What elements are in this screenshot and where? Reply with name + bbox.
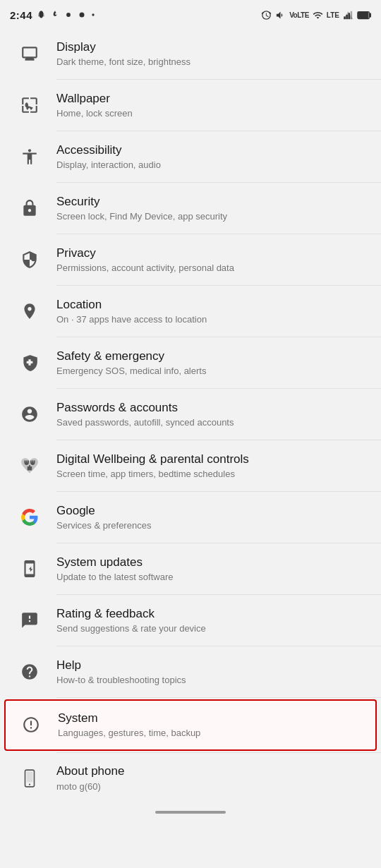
location-icon (20, 302, 39, 320)
help-icon (20, 663, 39, 681)
wallpaper-title: Wallpaper (56, 91, 367, 107)
display-text: Display Dark theme, font size, brightnes… (45, 40, 367, 68)
svg-rect-9 (358, 12, 368, 18)
wallpaper-subtitle: Home, lock screen (56, 108, 367, 120)
system-updates-icon (20, 560, 39, 578)
settings-item-privacy[interactable]: Privacy Permissions, account activity, p… (0, 234, 381, 285)
wellbeing-text: Digital Wellbeing & parental controls Sc… (45, 452, 367, 481)
settings-item-accessibility[interactable]: Accessibility Display, interaction, audi… (0, 131, 381, 182)
circle-icon (77, 10, 87, 20)
svg-rect-4 (346, 14, 348, 18)
alarm-icon (261, 10, 272, 20)
settings-item-system-updates[interactable]: System updates Update to the latest soft… (0, 543, 381, 594)
volume-icon (275, 10, 286, 20)
help-subtitle: How-to & troubleshooting topics (56, 675, 367, 687)
passwords-icon (20, 405, 39, 423)
svg-point-1 (80, 13, 85, 18)
google-text: Google Services & preferences (45, 503, 367, 532)
safety-icon (20, 354, 39, 372)
wellbeing-title: Digital Wellbeing & parental controls (56, 452, 367, 467)
status-bar: 2:44 VoLTE LTE (0, 0, 381, 28)
system-updates-title: System updates (56, 555, 367, 570)
settings-item-safety[interactable]: Safety & emergency Emergency SOS, medica… (0, 337, 381, 388)
settings-item-system[interactable]: System Languages, gestures, time, backup (4, 699, 377, 751)
display-icon-container (14, 44, 45, 63)
wallpaper-text: Wallpaper Home, lock screen (45, 91, 367, 120)
privacy-icon (20, 251, 39, 269)
location-title: Location (56, 297, 367, 313)
settings-item-display[interactable]: Display Dark theme, font size, brightnes… (0, 28, 381, 79)
settings-item-help[interactable]: Help How-to & troubleshooting topics (0, 646, 381, 697)
system-updates-text: System updates Update to the latest soft… (45, 555, 367, 584)
security-title: Security (56, 194, 367, 210)
wifi-icon (313, 10, 323, 20)
rating-text: Rating & feedback Send suggestions & rat… (45, 606, 367, 635)
status-time: 2:44 (10, 9, 32, 21)
accessibility-icon-container (14, 147, 45, 166)
about-text: About phone moto g(60) (45, 764, 367, 792)
status-app-icons (37, 10, 96, 20)
wallpaper-icon-container (14, 96, 45, 114)
accessibility-subtitle: Display, interaction, audio (56, 159, 367, 171)
lte-text-icon: VoLTE (289, 11, 309, 19)
google-icon-container (14, 508, 45, 526)
system-updates-subtitle: Update to the latest software (56, 572, 367, 584)
system-title: System (58, 711, 365, 726)
passwords-subtitle: Saved passwords, autofill, synced accoun… (56, 417, 367, 429)
location-subtitle: On · 37 apps have access to location (56, 314, 367, 326)
svg-rect-6 (351, 11, 353, 18)
privacy-text: Privacy Permissions, account activity, p… (45, 246, 367, 275)
passwords-title: Passwords & accounts (56, 400, 367, 416)
signal-icon (343, 10, 353, 20)
wellbeing-subtitle: Screen time, app timers, bedtime schedul… (56, 469, 367, 481)
passwords-text: Passwords & accounts Saved passwords, au… (45, 400, 367, 429)
settings-item-security[interactable]: Security Screen lock, Find My Device, ap… (0, 183, 381, 234)
system-updates-icon-container (14, 560, 45, 578)
drops-icon (64, 10, 73, 20)
bottom-nav-indicator (155, 811, 226, 814)
svg-rect-5 (349, 13, 351, 19)
dot-icon (90, 12, 96, 18)
accessibility-title: Accessibility (56, 143, 367, 158)
wellbeing-icon-container (14, 457, 45, 475)
snapchat-icon (37, 10, 47, 20)
google-icon (20, 508, 39, 526)
safety-title: Safety & emergency (56, 349, 367, 364)
rating-subtitle: Send suggestions & rate your device (56, 623, 367, 635)
security-icon (20, 199, 39, 217)
display-icon (20, 44, 39, 63)
svg-rect-12 (27, 771, 33, 782)
settings-item-about[interactable]: About phone moto g(60) (0, 753, 381, 804)
settings-item-location[interactable]: Location On · 37 apps have access to loc… (0, 286, 381, 337)
security-icon-container (14, 199, 45, 217)
settings-list: Display Dark theme, font size, brightnes… (0, 28, 381, 804)
about-icon-container (14, 769, 45, 788)
battery-icon (357, 11, 371, 20)
display-subtitle: Dark theme, font size, brightness (56, 56, 367, 68)
privacy-icon-container (14, 251, 45, 269)
about-icon (20, 769, 39, 788)
settings-item-rating[interactable]: Rating & feedback Send suggestions & rat… (0, 595, 381, 646)
status-right-icons: VoLTE LTE (261, 10, 371, 20)
bottom-bar (0, 804, 381, 821)
wellbeing-icon (20, 457, 39, 475)
rating-icon (20, 611, 39, 629)
settings-item-passwords[interactable]: Passwords & accounts Saved passwords, au… (0, 389, 381, 440)
wallpaper-icon (20, 96, 39, 114)
svg-rect-3 (344, 16, 346, 19)
svg-rect-8 (370, 13, 371, 17)
rating-icon-container (14, 611, 45, 629)
settings-item-wallpaper[interactable]: Wallpaper Home, lock screen (0, 80, 381, 131)
about-title: About phone (56, 764, 367, 779)
privacy-subtitle: Permissions, account activity, personal … (56, 263, 367, 275)
svg-point-13 (29, 784, 30, 785)
system-text: System Languages, gestures, time, backup (47, 711, 365, 740)
about-subtitle: moto g(60) (56, 781, 367, 793)
safety-subtitle: Emergency SOS, medical info, alerts (56, 366, 367, 378)
svg-point-0 (66, 13, 71, 17)
settings-item-wellbeing[interactable]: Digital Wellbeing & parental controls Sc… (0, 440, 381, 491)
google-title: Google (56, 503, 367, 519)
accessibility-icon (20, 147, 39, 166)
settings-item-google[interactable]: Google Services & preferences (0, 492, 381, 543)
accessibility-text: Accessibility Display, interaction, audi… (45, 143, 367, 171)
